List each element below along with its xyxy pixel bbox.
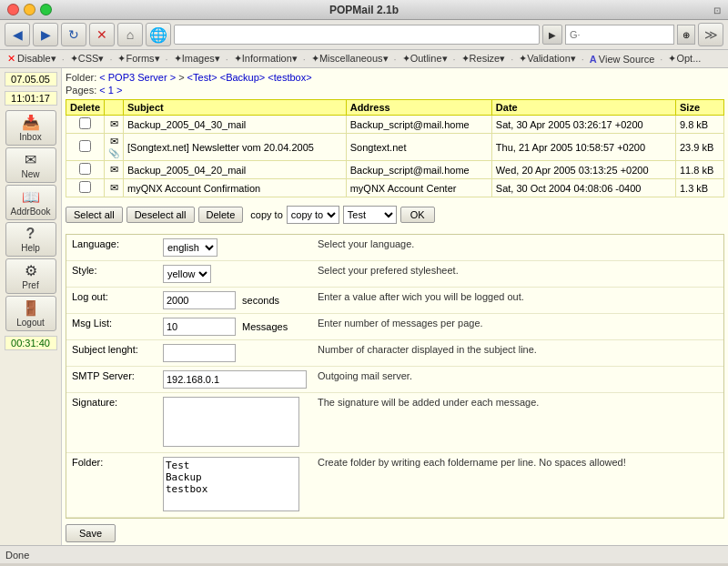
row4-address: myQNX Account Center <box>346 179 491 197</box>
row1-checkbox-cell[interactable] <box>66 116 105 134</box>
help-icon: ? <box>26 226 35 242</box>
page-1-link[interactable]: < 1 > <box>99 85 122 96</box>
smtp-input[interactable] <box>163 370 307 389</box>
ext-forms[interactable]: ✦Forms▾ <box>115 52 162 66</box>
ext-outline[interactable]: ✦Outline▾ <box>399 52 450 66</box>
language-desc: Select your language. <box>312 235 723 261</box>
row1-address: Backup_script@mail.home <box>346 116 491 134</box>
refresh-button[interactable]: ↻ <box>61 23 86 46</box>
row2-icon-cell: ✉ 📎 <box>105 134 124 161</box>
delete-button[interactable]: Delete <box>198 207 244 223</box>
language-select[interactable]: english german french <box>163 238 217 257</box>
back-button[interactable]: ◀ <box>5 23 30 46</box>
folder-test-link[interactable]: <Test> <box>187 72 217 83</box>
new-label: New <box>21 169 39 179</box>
row2-checkbox[interactable] <box>79 140 91 152</box>
maximize-button[interactable] <box>40 4 52 15</box>
folder-select[interactable]: Test Backup testbox <box>343 206 397 224</box>
row3-date: Wed, 20 Apr 2005 03:13:25 +0200 <box>491 161 675 179</box>
row2-subject[interactable]: [Songtext.net] Newsletter vom 20.04.2005 <box>124 134 347 161</box>
row3-checkbox[interactable] <box>79 163 91 175</box>
email-table: Delete Subject Address Date Size ✉ Backu… <box>66 99 724 197</box>
close-button[interactable] <box>7 4 19 15</box>
inbox-button[interactable]: 📥 Inbox <box>5 110 56 146</box>
table-row: ✉ myQNX Account Confirmation myQNX Accou… <box>66 179 724 197</box>
col-delete[interactable]: Delete <box>66 100 105 116</box>
row2-checkbox-cell[interactable] <box>66 134 105 161</box>
help-button[interactable]: ? Help <box>5 222 56 257</box>
subjlen-input[interactable] <box>163 344 236 362</box>
ok-button[interactable]: OK <box>400 207 435 223</box>
ext-resize[interactable]: ✦Resize▾ <box>459 52 509 66</box>
smtp-input-cell <box>157 367 312 393</box>
folder-input-cell: Test Backup testbox <box>157 453 312 518</box>
go-button[interactable]: ▶ <box>542 25 562 45</box>
addrbook-button[interactable]: 📖 AddrBook <box>5 185 56 220</box>
col-type[interactable] <box>105 100 124 116</box>
logout-input[interactable] <box>163 291 236 309</box>
browser-toolbar: ◀ ▶ ↻ ✕ ⌂ 🌐 ▶ ⊕ ≫ <box>0 20 728 50</box>
folder-backup-link[interactable]: <Backup> <box>220 72 266 83</box>
msglist-input-cell: Messages <box>157 314 312 340</box>
style-select[interactable]: yellow blue green <box>163 265 211 283</box>
ext-images[interactable]: ✦Images▾ <box>171 52 223 66</box>
row4-checkbox[interactable] <box>79 181 91 193</box>
ext-sep-10: · <box>660 54 662 65</box>
row3-subject[interactable]: Backup_2005_04_20_mail <box>124 161 347 179</box>
folder-path: Folder: < POP3 Server > > <Test> <Backup… <box>66 72 724 83</box>
folder-textarea[interactable]: Test Backup testbox <box>163 457 299 511</box>
search-input[interactable] <box>565 25 674 45</box>
new-button[interactable]: ✉ New <box>5 147 56 183</box>
search-go-button[interactable]: ⊕ <box>677 25 695 45</box>
stop-button[interactable]: ✕ <box>89 23 115 46</box>
folder-testbox-link[interactable]: <testbox> <box>268 72 311 83</box>
pref-button[interactable]: ⚙ Pref <box>5 258 56 294</box>
title-bar: POPMail 2.1b ⊡ <box>0 0 728 20</box>
row3-address: Backup_script@mail.home <box>346 161 491 179</box>
subjlen-label: Subject lenght: <box>66 340 157 367</box>
row1-subject[interactable]: Backup_2005_04_30_mail <box>124 116 347 134</box>
row4-checkbox-cell[interactable] <box>66 179 105 197</box>
row1-icon-cell: ✉ <box>105 116 124 134</box>
sig-input-cell <box>157 393 312 453</box>
logout-label: Logout <box>16 318 45 328</box>
minimize-button[interactable] <box>24 4 35 15</box>
time-display: 11:01:17 <box>5 91 57 106</box>
deselect-all-button[interactable]: Deselect all <box>126 207 195 223</box>
save-button[interactable]: Save <box>66 524 116 542</box>
sig-textarea[interactable] <box>163 397 299 447</box>
ext-viewsource[interactable]: AView Source <box>587 53 658 66</box>
ext-disable[interactable]: ✕Disable▾ <box>5 52 59 66</box>
copy-to-select[interactable]: copy to <box>287 206 339 224</box>
logout-button[interactable]: 🚪 Logout <box>5 296 56 331</box>
col-subject[interactable]: Subject <box>124 100 347 116</box>
smtp-label: SMTP Server: <box>66 367 157 393</box>
row3-checkbox-cell[interactable] <box>66 161 105 179</box>
ext-options[interactable]: ✦Opt... <box>665 52 703 66</box>
row4-subject[interactable]: myQNX Account Confirmation <box>124 179 347 197</box>
window-controls[interactable] <box>7 4 52 15</box>
col-size[interactable]: Size <box>676 100 724 116</box>
row1-checkbox[interactable] <box>79 117 91 129</box>
folder-pop3-link[interactable]: < POP3 Server > <box>99 72 176 83</box>
col-address[interactable]: Address <box>346 100 491 116</box>
ext-misc[interactable]: ✦Miscellaneous▾ <box>308 52 391 66</box>
ext-validation[interactable]: ✦Validation▾ <box>516 52 579 66</box>
select-all-button[interactable]: Select all <box>66 207 123 223</box>
address-bar[interactable] <box>174 25 540 45</box>
globe-button[interactable]: 🌐 <box>146 23 171 46</box>
forward-button[interactable]: ▶ <box>33 23 58 46</box>
pages-line: Pages: < 1 > <box>66 85 724 96</box>
row4-icon-cell: ✉ <box>105 179 124 197</box>
table-row: ✉ Backup_2005_04_20_mail Backup_script@m… <box>66 161 724 179</box>
settings-section: Language: english german french Select y… <box>66 234 724 519</box>
ext-css[interactable]: ✦CSS▾ <box>67 52 107 66</box>
logout-icon: 🚪 <box>22 299 40 317</box>
extra-button[interactable]: ≫ <box>698 23 723 46</box>
col-date[interactable]: Date <box>491 100 675 116</box>
ext-information[interactable]: ✦Information▾ <box>231 52 300 66</box>
style-label: Style: <box>66 261 157 288</box>
msglist-input[interactable] <box>163 318 236 336</box>
home-button[interactable]: ⌂ <box>117 23 143 46</box>
window-title: POPMail 2.1b <box>329 4 399 16</box>
